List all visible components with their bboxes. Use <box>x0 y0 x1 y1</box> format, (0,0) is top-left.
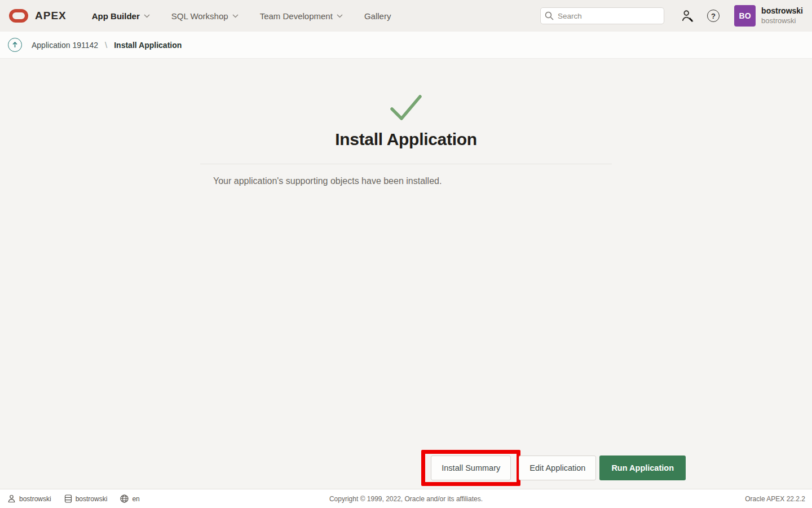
success-check-icon <box>387 93 425 123</box>
divider <box>200 164 612 164</box>
nav-sql-workshop[interactable]: SQL Workshop <box>161 0 249 32</box>
nav-label: App Builder <box>92 11 140 21</box>
app-footer: bostrowski bostrowski en Copyright © 199… <box>0 489 812 508</box>
search-input[interactable] <box>540 7 664 24</box>
chevron-down-icon <box>232 14 239 18</box>
copyright-text: Copyright © 1999, 2022, Oracle and/or it… <box>329 495 483 503</box>
user-wrench-icon <box>680 8 695 24</box>
globe-icon <box>120 494 129 503</box>
search-container <box>540 7 664 24</box>
person-icon <box>7 494 16 503</box>
chevron-down-icon <box>337 14 343 18</box>
breadcrumb-separator: \ <box>105 40 107 50</box>
footer-user-label: bostrowski <box>19 495 51 503</box>
brand-name: APEX <box>35 10 67 22</box>
annotation-highlight: Install Summary <box>421 450 520 486</box>
footer-schema-label: bostrowski <box>76 495 108 503</box>
main-content: Install Application Your application's s… <box>0 59 812 489</box>
install-summary-button[interactable]: Install Summary <box>431 456 511 480</box>
nav-team-development[interactable]: Team Development <box>249 0 354 32</box>
nav-label: SQL Workshop <box>171 11 228 21</box>
user-names: bostrowski bostrowski <box>761 6 803 25</box>
header-right: ? BO bostrowski bostrowski <box>540 5 803 27</box>
arrow-up-icon <box>11 41 19 49</box>
user-workspace: bostrowski <box>761 16 803 25</box>
oracle-logo-icon <box>9 9 28 23</box>
footer-schema: bostrowski <box>64 494 108 503</box>
database-icon <box>64 494 73 503</box>
run-application-button[interactable]: Run Application <box>599 456 686 480</box>
success-message: Your application's supporting objects ha… <box>200 176 612 186</box>
footer-language: en <box>120 494 139 503</box>
wizard-panel: Install Application Your application's s… <box>200 59 612 186</box>
user-menu[interactable]: BO bostrowski bostrowski <box>734 5 803 27</box>
breadcrumb: Application 191142 \ Install Application <box>0 32 812 59</box>
edit-application-button[interactable]: Edit Application <box>519 456 596 480</box>
user-name: bostrowski <box>761 6 803 16</box>
nav-label: Gallery <box>364 11 391 21</box>
footer-language-label: en <box>132 495 139 503</box>
help-button[interactable]: ? <box>704 6 723 25</box>
wizard-actions: Install Summary Edit Application Run App… <box>421 450 686 486</box>
breadcrumb-current-page: Install Application <box>114 41 182 50</box>
nav-gallery[interactable]: Gallery <box>354 0 402 32</box>
nav-label: Team Development <box>260 11 333 21</box>
apex-logo[interactable]: APEX <box>9 9 67 23</box>
help-icon: ? <box>707 10 720 22</box>
breadcrumb-application-link[interactable]: Application 191142 <box>32 41 98 50</box>
admin-services-button[interactable] <box>678 6 697 25</box>
avatar: BO <box>734 5 756 27</box>
footer-user: bostrowski <box>7 494 51 503</box>
app-header: APEX App Builder SQL Workshop Team Devel… <box>0 0 812 32</box>
version-text: Oracle APEX 22.2.2 <box>745 495 805 503</box>
nav-app-builder[interactable]: App Builder <box>81 0 161 32</box>
search-icon <box>545 11 554 20</box>
footer-context: bostrowski bostrowski en <box>7 494 140 503</box>
chevron-down-icon <box>144 14 150 18</box>
main-nav: App Builder SQL Workshop Team Developmen… <box>81 0 402 32</box>
up-level-button[interactable] <box>8 38 22 52</box>
page-title: Install Application <box>200 130 612 149</box>
